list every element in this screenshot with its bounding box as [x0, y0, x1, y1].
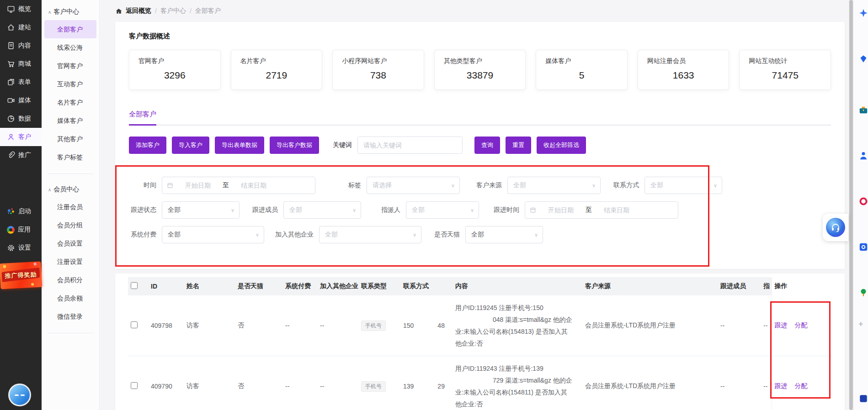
keyword-input[interactable] [357, 137, 463, 154]
select-all-checkbox[interactable] [131, 282, 138, 289]
green-tree-icon[interactable] [858, 288, 868, 298]
join-other-company-select[interactable]: 全部∨ [319, 226, 421, 243]
subnav-item[interactable]: 其他客户 [44, 130, 96, 148]
breadcrumb-back[interactable]: 返回概览 [126, 7, 151, 15]
collapse-filters-button[interactable]: 收起全部筛选 [537, 137, 586, 154]
rail-item-form[interactable]: 表单 [0, 73, 42, 91]
follow-status-select[interactable]: 全部∨ [162, 201, 240, 219]
import-customer-button[interactable]: 导入客户 [172, 137, 209, 154]
breadcrumb-all-customers[interactable]: 全部客户 [195, 7, 221, 15]
subnav-item[interactable]: 会员设置 [44, 234, 96, 252]
cell-tmall: 否 [235, 356, 282, 410]
plus-icon[interactable]: + [858, 320, 868, 330]
gear-icon [7, 244, 15, 252]
follow-member-label: 跟进成员 [240, 206, 283, 214]
select-value: 全部 [471, 231, 484, 239]
page-title: 客户数据概述 [129, 32, 831, 41]
subnav-section-customer-center[interactable]: ∧ 客户中心 [42, 4, 99, 20]
select-value: 全部 [513, 181, 526, 189]
chat-support-button[interactable] [823, 214, 848, 241]
filter-row-1: 时间 至 标签 请选择∨ 客户来源 全部∨ 联系方式 全部∨ [129, 177, 831, 194]
form-icon [7, 78, 15, 86]
subnav-item[interactable]: 注册设置 [44, 252, 96, 271]
rail-item-media[interactable]: 媒体 [0, 91, 42, 110]
rail-item-apps[interactable]: 应用 [0, 221, 42, 239]
follow-time-date-range[interactable]: 至 [525, 201, 678, 219]
sparkle-icon[interactable] [858, 8, 868, 18]
customer-source-select[interactable]: 全部∨ [507, 177, 601, 194]
subnav-item[interactable]: 注册会员 [44, 198, 96, 216]
chevron-down-icon: ∨ [352, 207, 356, 213]
reset-button[interactable]: 重置 [506, 137, 531, 154]
assignee-select[interactable]: 全部∨ [406, 201, 479, 219]
floating-globe-button[interactable] [8, 384, 31, 406]
subnav-item[interactable]: 互动客户 [44, 75, 96, 93]
end-date-input[interactable] [232, 182, 276, 189]
date-to-label: 至 [586, 206, 592, 214]
vertical-scrollbar[interactable] [848, 0, 854, 410]
add-customer-button[interactable]: 添加客户 [129, 137, 166, 154]
start-date-input[interactable] [176, 182, 220, 189]
rail-item-launch[interactable]: 启动 [0, 202, 42, 221]
subnav-item[interactable]: 客户标签 [44, 148, 96, 166]
query-button[interactable]: 查询 [474, 137, 500, 154]
subnav-item[interactable]: 名片客户 [44, 93, 96, 111]
subnav-item[interactable]: 媒体客户 [44, 111, 96, 130]
export-form-data-button[interactable]: 导出表单数据 [215, 137, 264, 154]
rail-item-settings[interactable]: 设置 [0, 239, 42, 257]
subnav-item[interactable]: 微信登录 [44, 307, 96, 326]
contact-method-select[interactable]: 全部∨ [644, 177, 722, 194]
rail-label: 客户 [18, 133, 31, 141]
start-date-input[interactable] [539, 206, 583, 214]
person-badge-icon[interactable] [858, 151, 868, 161]
rail-item-site[interactable]: 建站 [0, 18, 42, 37]
briefcase-icon[interactable] [858, 105, 868, 115]
system-paid-select[interactable]: 全部∨ [162, 226, 264, 243]
row-checkbox[interactable] [131, 382, 138, 389]
bookmark-icon[interactable] [858, 394, 868, 404]
breadcrumb-customer-center[interactable]: 客户中心 [160, 7, 186, 15]
stat-label: 名片客户 [240, 57, 313, 65]
rail-item-overview[interactable]: 概览 [0, 0, 42, 18]
tag-select[interactable]: 请选择∨ [367, 177, 460, 194]
subnav-item[interactable]: 会员余额 [44, 289, 96, 307]
rail-item-promote[interactable]: 推广 [0, 146, 42, 164]
subnav-item[interactable]: 全部客户 [44, 20, 96, 38]
time-filter-label: 时间 [129, 181, 162, 189]
cell-name: 访客 [184, 356, 235, 410]
calendar-icon [167, 182, 173, 189]
subnav-item[interactable]: 会员分组 [44, 216, 96, 234]
red-ring-icon[interactable] [858, 196, 868, 206]
rail-item-data[interactable]: 数据 [0, 110, 42, 128]
promo-ribbon-badge[interactable]: 推广得奖励 [0, 262, 42, 289]
subnav-section-member-center[interactable]: ∧ 会员中心 [42, 181, 99, 198]
scrollbar-thumb[interactable] [849, 0, 853, 410]
select-value: 全部 [289, 206, 302, 214]
rail-item-customer[interactable]: 客户 [0, 128, 42, 146]
assign-link[interactable]: 分配 [795, 321, 808, 329]
subnav-item[interactable]: 线索公海 [44, 38, 96, 57]
subnav-item[interactable]: 会员积分 [44, 271, 96, 289]
follow-up-link[interactable]: 跟进 [775, 382, 788, 389]
gem-icon[interactable] [858, 54, 868, 64]
header-member: 跟进成员 [718, 277, 761, 295]
blue-square-o-icon[interactable] [858, 242, 868, 252]
rail-item-content[interactable]: 内容 [0, 37, 42, 55]
end-date-input[interactable] [595, 206, 639, 214]
rail-item-mall[interactable]: 商城 [0, 55, 42, 73]
assign-link[interactable]: 分配 [795, 382, 808, 389]
row-checkbox[interactable] [131, 321, 138, 328]
time-date-range[interactable]: 至 [162, 177, 315, 194]
redaction-smudge [414, 324, 437, 328]
source-filter-label: 客户来源 [460, 181, 507, 189]
follow-member-select[interactable]: 全部∨ [283, 201, 361, 219]
cell-name: 访客 [184, 295, 235, 356]
table-row: 409790 访客 否 -- -- 手机号 13929 用户ID:119243 … [128, 356, 832, 410]
export-customer-data-button[interactable]: 导出客户数据 [270, 137, 319, 154]
confetti-decoration [3, 265, 6, 268]
tab-all-customers[interactable]: 全部客户 [129, 110, 156, 126]
select-value: 全部 [650, 181, 663, 189]
is-tmall-select[interactable]: 全部∨ [465, 226, 543, 243]
subnav-item[interactable]: 官网客户 [44, 57, 96, 75]
follow-up-link[interactable]: 跟进 [775, 321, 788, 329]
